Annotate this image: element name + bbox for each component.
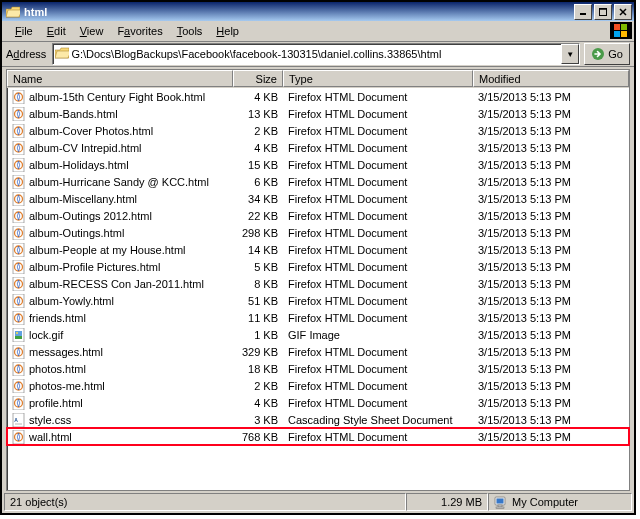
- status-objects: 21 object(s): [4, 493, 406, 511]
- file-name: album-RECESS Con Jan-2011.html: [29, 278, 204, 290]
- file-row[interactable]: album-Hurricane Sandy @ KCC.html6 KBFire…: [7, 173, 629, 190]
- address-dropdown[interactable]: ▼: [561, 44, 579, 64]
- file-type: Firefox HTML Document: [283, 431, 473, 443]
- file-row[interactable]: photos-me.html2 KBFirefox HTML Document3…: [7, 377, 629, 394]
- file-name: album-Cover Photos.html: [29, 125, 153, 137]
- file-row[interactable]: album-Outings 2012.html22 KBFirefox HTML…: [7, 207, 629, 224]
- file-row[interactable]: album-Miscellany.html34 KBFirefox HTML D…: [7, 190, 629, 207]
- html-file-icon: [12, 141, 26, 155]
- col-header-type[interactable]: Type: [283, 70, 473, 87]
- file-modified: 3/15/2013 5:13 PM: [473, 397, 629, 409]
- file-size: 4 KB: [233, 91, 283, 103]
- address-input[interactable]: G:\Docs\BlogBackups\Facebook\facebook-13…: [52, 43, 580, 65]
- file-row[interactable]: album-Cover Photos.html2 KBFirefox HTML …: [7, 122, 629, 139]
- address-label: Address: [6, 48, 48, 60]
- file-name: wall.html: [29, 431, 72, 443]
- file-row[interactable]: lock.gif1 KBGIF Image3/15/2013 5:13 PM: [7, 326, 629, 343]
- menu-edit[interactable]: Edit: [40, 22, 73, 40]
- close-button[interactable]: [614, 4, 632, 20]
- html-file-icon: [12, 226, 26, 240]
- file-row[interactable]: wall.html768 KBFirefox HTML Document3/15…: [7, 428, 629, 445]
- file-modified: 3/15/2013 5:13 PM: [473, 346, 629, 358]
- file-name: lock.gif: [29, 329, 63, 341]
- file-name: profile.html: [29, 397, 83, 409]
- file-modified: 3/15/2013 5:13 PM: [473, 125, 629, 137]
- file-row[interactable]: album-15th Century Fight Book.html4 KBFi…: [7, 88, 629, 105]
- col-header-modified[interactable]: Modified: [473, 70, 629, 87]
- file-type: Firefox HTML Document: [283, 91, 473, 103]
- file-row[interactable]: album-CV Intrepid.html4 KBFirefox HTML D…: [7, 139, 629, 156]
- file-name: album-Holidays.html: [29, 159, 129, 171]
- file-row[interactable]: album-Yowly.html51 KBFirefox HTML Docume…: [7, 292, 629, 309]
- file-name: album-Yowly.html: [29, 295, 114, 307]
- file-name: album-Hurricane Sandy @ KCC.html: [29, 176, 209, 188]
- column-headers: Name Size Type Modified: [7, 70, 629, 88]
- throbber-icon: [610, 22, 632, 39]
- file-row[interactable]: album-Bands.html13 KBFirefox HTML Docume…: [7, 105, 629, 122]
- file-name: messages.html: [29, 346, 103, 358]
- html-file-icon: [12, 243, 26, 257]
- file-type: Firefox HTML Document: [283, 210, 473, 222]
- file-name: album-CV Intrepid.html: [29, 142, 142, 154]
- file-row[interactable]: friends.html11 KBFirefox HTML Document3/…: [7, 309, 629, 326]
- file-row[interactable]: messages.html329 KBFirefox HTML Document…: [7, 343, 629, 360]
- file-name: album-Outings.html: [29, 227, 124, 239]
- html-file-icon: [12, 430, 26, 444]
- menu-tools[interactable]: Tools: [170, 22, 210, 40]
- file-row[interactable]: profile.html4 KBFirefox HTML Document3/1…: [7, 394, 629, 411]
- col-header-size[interactable]: Size: [233, 70, 283, 87]
- file-type: Firefox HTML Document: [283, 261, 473, 273]
- maximize-button[interactable]: [594, 4, 612, 20]
- file-size: 768 KB: [233, 431, 283, 443]
- titlebar[interactable]: html: [2, 2, 634, 21]
- address-path: G:\Docs\BlogBackups\Facebook\facebook-13…: [69, 48, 561, 60]
- file-type: Firefox HTML Document: [283, 193, 473, 205]
- status-size: 1.29 MB: [406, 493, 488, 511]
- file-type: Firefox HTML Document: [283, 244, 473, 256]
- menu-help[interactable]: Help: [209, 22, 246, 40]
- menu-favorites[interactable]: Favorites: [110, 22, 169, 40]
- html-file-icon: [12, 90, 26, 104]
- file-name: photos-me.html: [29, 380, 105, 392]
- file-name: album-Miscellany.html: [29, 193, 137, 205]
- file-row[interactable]: album-Outings.html298 KBFirefox HTML Doc…: [7, 224, 629, 241]
- file-row[interactable]: photos.html18 KBFirefox HTML Document3/1…: [7, 360, 629, 377]
- minimize-button[interactable]: [574, 4, 592, 20]
- file-modified: 3/15/2013 5:13 PM: [473, 380, 629, 392]
- col-header-name[interactable]: Name: [7, 70, 233, 87]
- menu-view[interactable]: View: [73, 22, 111, 40]
- html-file-icon: [12, 345, 26, 359]
- go-label: Go: [608, 48, 623, 60]
- file-name: friends.html: [29, 312, 86, 324]
- folder-icon: [6, 6, 20, 18]
- file-modified: 3/15/2013 5:13 PM: [473, 363, 629, 375]
- file-type: Firefox HTML Document: [283, 312, 473, 324]
- html-file-icon: [12, 260, 26, 274]
- html-file-icon: [12, 124, 26, 138]
- file-type: Firefox HTML Document: [283, 380, 473, 392]
- file-modified: 3/15/2013 5:13 PM: [473, 431, 629, 443]
- file-modified: 3/15/2013 5:13 PM: [473, 159, 629, 171]
- file-size: 329 KB: [233, 346, 283, 358]
- file-size: 5 KB: [233, 261, 283, 273]
- file-row[interactable]: album-Profile Pictures.html5 KBFirefox H…: [7, 258, 629, 275]
- html-file-icon: [12, 158, 26, 172]
- file-modified: 3/15/2013 5:13 PM: [473, 227, 629, 239]
- menu-file[interactable]: File: [8, 22, 40, 40]
- file-modified: 3/15/2013 5:13 PM: [473, 91, 629, 103]
- go-button[interactable]: Go: [584, 43, 630, 65]
- file-row[interactable]: album-Holidays.html15 KBFirefox HTML Doc…: [7, 156, 629, 173]
- file-row[interactable]: album-People at my House.html14 KBFirefo…: [7, 241, 629, 258]
- file-size: 6 KB: [233, 176, 283, 188]
- file-row[interactable]: style.css3 KBCascading Style Sheet Docum…: [7, 411, 629, 428]
- file-name: style.css: [29, 414, 71, 426]
- file-row[interactable]: album-RECESS Con Jan-2011.html8 KBFirefo…: [7, 275, 629, 292]
- file-modified: 3/15/2013 5:13 PM: [473, 295, 629, 307]
- file-type: Firefox HTML Document: [283, 278, 473, 290]
- file-type: Firefox HTML Document: [283, 142, 473, 154]
- file-modified: 3/15/2013 5:13 PM: [473, 329, 629, 341]
- file-modified: 3/15/2013 5:13 PM: [473, 108, 629, 120]
- file-size: 51 KB: [233, 295, 283, 307]
- file-type: Firefox HTML Document: [283, 159, 473, 171]
- file-size: 13 KB: [233, 108, 283, 120]
